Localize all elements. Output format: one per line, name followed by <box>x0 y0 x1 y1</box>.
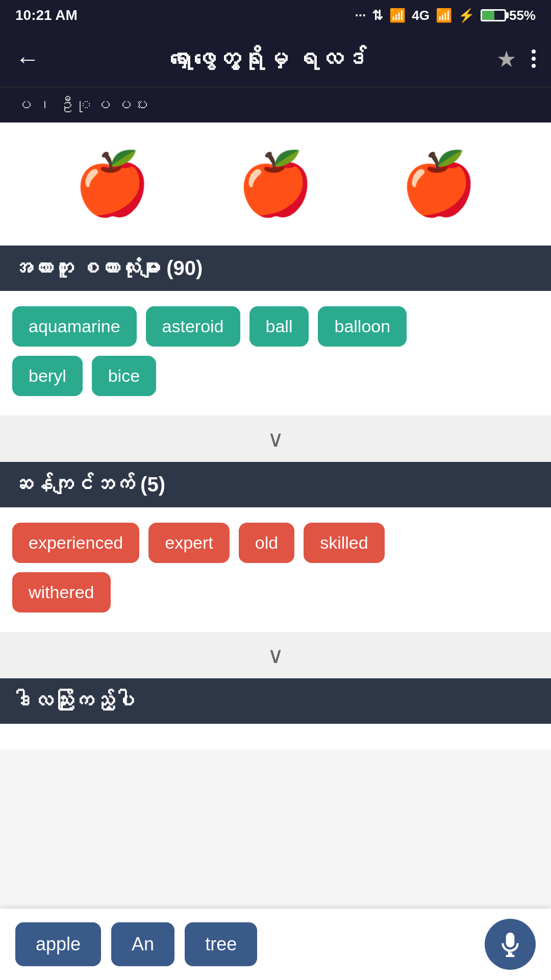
related-section-title: အလားတူ စကားလုံးများ (90) <box>12 257 203 279</box>
status-bar: 10:21 AM ··· ⇅ 📶 4G 📶 ⚡ 55% <box>0 0 551 31</box>
expand-synonyms-button[interactable]: ∨ <box>0 632 551 678</box>
synonyms-tags-row-2: withered <box>12 572 539 612</box>
status-right: ··· ⇅ 📶 4G 📶 ⚡ 55% <box>355 8 536 23</box>
bottom-bar: apple An tree <box>0 909 551 980</box>
tag-beryl[interactable]: beryl <box>12 356 83 396</box>
more-options-button[interactable] <box>532 50 536 68</box>
menu-dot-2 <box>532 57 536 61</box>
sub-header-tabs: ပ ၊ ဦ ု ပ ပပး <box>0 87 551 122</box>
mic-button[interactable] <box>485 919 536 970</box>
back-button[interactable]: ← <box>15 45 40 73</box>
mic-icon <box>497 932 523 957</box>
status-signal-arrows: ⇅ <box>372 8 383 23</box>
tag-balloon[interactable]: balloon <box>318 306 407 347</box>
apple-image-3: 🍎 <box>400 148 477 220</box>
bottom-tag-tree[interactable]: tree <box>185 922 257 966</box>
expand-related-button[interactable]: ∨ <box>0 415 551 462</box>
status-time: 10:21 AM <box>15 7 78 23</box>
sub-header-text: ပ ၊ ဦ ု ပ ပပး <box>15 95 148 114</box>
synonyms-tags-section: experienced expert old skilled withered <box>0 507 551 632</box>
bottom-tag-apple[interactable]: apple <box>15 922 101 966</box>
chevron-down-icon-2: ∨ <box>267 642 284 668</box>
see-also-section <box>0 724 551 749</box>
apple-image-2: 🍎 <box>237 148 314 220</box>
related-tags-section: aquamarine asteroid ball balloon beryl b… <box>0 291 551 415</box>
see-also-section-title: ဒါလည်းကြည့်ပါ <box>12 690 135 712</box>
tag-asteroid[interactable]: asteroid <box>146 306 240 347</box>
synonyms-tags-row-1: experienced expert old skilled <box>12 523 539 563</box>
tag-ball[interactable]: ball <box>249 306 309 347</box>
related-section-header: အလားတူ စကားလုံးများ (90) <box>0 246 551 291</box>
tag-bice[interactable]: bice <box>92 356 156 396</box>
status-signal2: 📶 <box>436 8 452 23</box>
bottom-tag-an[interactable]: An <box>111 922 174 966</box>
page-title: ရှာဖွေတွေ့ရိုမှ ရလဒ် <box>55 45 481 72</box>
menu-dot-1 <box>532 50 536 54</box>
tag-skilled[interactable]: skilled <box>304 523 384 563</box>
menu-dot-3 <box>532 64 536 68</box>
apple-image-1: 🍎 <box>74 148 151 220</box>
header-actions: ★ <box>496 46 536 72</box>
related-tags-row-2: beryl bice <box>12 356 539 396</box>
status-4g: 4G <box>412 8 430 23</box>
status-signal: 📶 <box>389 8 406 23</box>
related-tags-row-1: aquamarine asteroid ball balloon <box>12 306 539 347</box>
synonyms-section-title: ဆန်ကျင်ဘက် (5) <box>12 473 165 496</box>
status-bolt: ⚡ <box>458 8 474 23</box>
see-also-section-header: ဒါလည်းကြည့်ပါ <box>0 678 551 724</box>
tag-withered[interactable]: withered <box>12 572 111 612</box>
header: ← ရှာဖွေတွေ့ရိုမှ ရလဒ် ★ <box>0 31 551 87</box>
favorite-button[interactable]: ★ <box>496 46 516 72</box>
tag-experienced[interactable]: experienced <box>12 523 139 563</box>
image-section: 🍎 🍎 🍎 <box>0 122 551 246</box>
chevron-down-icon: ∨ <box>267 426 284 452</box>
tag-aquamarine[interactable]: aquamarine <box>12 306 137 347</box>
tag-old[interactable]: old <box>239 523 294 563</box>
battery-indicator: 55% <box>481 8 536 23</box>
synonyms-section-header: ဆန်ကျင်ဘက် (5) <box>0 462 551 507</box>
battery-percent: 55% <box>509 8 536 23</box>
tag-expert[interactable]: expert <box>148 523 230 563</box>
status-dots: ··· <box>355 8 366 23</box>
